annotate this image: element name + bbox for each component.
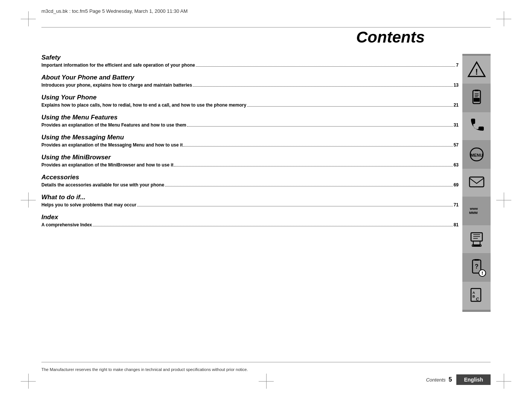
toc-dots [165,186,453,186]
svg-text:C: C [476,297,479,301]
page-bar: Contents 5 English [426,374,491,385]
crosshair-top-right [496,11,511,26]
toc-dots [196,66,455,67]
warning-icon: ! [467,60,486,79]
page-number: 5 [449,376,452,383]
toc-section: What to do if...Helps you to solve probl… [41,194,459,208]
svg-text:MMM: MMM [469,211,478,215]
toc-heading: Using the Menu Features [41,114,459,121]
sidebar-icon-web: www MMM [462,197,491,225]
sidebar-icon-messaging [462,169,491,197]
toc-description-text: Provides an explanation of the Messaging… [41,142,183,148]
svg-text:www: www [470,207,478,211]
toc-section: IndexA comprehensive Index81 [41,214,459,227]
toc-description-text: Provides an explanation of the Menu Feat… [41,122,186,128]
content-sidebar-wrapper: SafetyImportant information for the effi… [41,54,491,312]
sidebar-icon-index: A B C [462,282,491,310]
toc-heading: What to do if... [41,194,459,201]
sidebar-icons: ! [462,54,491,312]
toc-description-row: Introduces your phone, explains how to c… [41,82,459,88]
toc-page-number: 81 [454,222,459,227]
toc-heading: About Your Phone and Battery [41,74,459,81]
toc-description-text: Details the accessories available for us… [41,182,164,188]
toc-description-row: Provides an explanation of the Menu Feat… [41,122,459,128]
toc-section: About Your Phone and BatteryIntroduces y… [41,74,459,88]
toc-heading: Using the Messaging Menu [41,134,459,141]
toc-page-number: 71 [454,202,459,208]
svg-text:?: ? [475,263,479,270]
crosshair-top-left [21,11,36,26]
toc-page-number: 57 [454,142,459,148]
index-icon: A B C [467,286,486,305]
svg-text:A: A [473,291,475,295]
svg-rect-10 [470,177,484,187]
toc-page-number: 21 [454,102,459,108]
sidebar-icon-call [462,112,491,140]
page-label: Contents [426,377,445,383]
toc-heading: Index [41,214,459,221]
messaging-icon [467,173,486,192]
toc-dots [174,166,453,166]
toc-page-number: 7 [456,63,459,68]
toc-heading: Using Your Phone [41,94,459,101]
toc-heading: Accessories [41,174,459,181]
toc-section: Using the Menu FeaturesProvides an expla… [41,114,459,128]
accessories-icon [467,230,486,249]
toc-description-row: Details the accessories available for us… [41,182,459,188]
toc-dots [247,106,453,107]
toc-description-row: A comprehensive Index81 [41,222,459,227]
sidebar-icon-battery [462,84,491,112]
toc-description-text: A comprehensive Index [41,222,92,227]
svg-rect-3 [475,90,479,91]
svg-point-24 [482,274,482,275]
toc-description-row: Provides an explanation of the MiniBrows… [41,162,459,168]
toc-section: Using Your PhoneExplains how to place ca… [41,94,459,108]
sidebar-icon-troubleshoot: ? [462,253,491,282]
web-icon: www MMM [467,202,486,220]
footer-disclaimer: The Manufacturer reserves the right to m… [41,367,491,372]
svg-text:MENU: MENU [470,153,482,157]
toc-description-row: Important information for the efficient … [41,63,459,68]
crosshair-mid-left [21,192,36,208]
toc-section: Using the MiniBrowserProvides an explana… [41,154,459,168]
toc-content: SafetyImportant information for the effi… [41,54,462,312]
crosshair-mid-right [496,192,511,208]
svg-text:!: ! [475,67,478,76]
toc-dots [187,126,453,127]
toc-description-text: Introduces your phone, explains how to c… [41,82,192,88]
toc-description-text: Helps you to solve problems that may occ… [41,202,136,208]
toc-section: AccessoriesDetails the accessories avail… [41,174,459,188]
sidebar-icon-safety: ! [462,56,491,84]
toc-page-number: 69 [454,182,459,188]
toc-section: Using the Messaging MenuProvides an expl… [41,134,459,148]
page-title: Contents [41,28,491,46]
toc-description-text: Important information for the efficient … [41,63,195,68]
toc-section: SafetyImportant information for the effi… [41,54,459,68]
toc-description-row: Helps you to solve problems that may occ… [41,202,459,208]
toc-heading: Safety [41,54,459,61]
phone-call-icon [467,117,486,136]
toc-dots [183,146,453,147]
file-info: m3cd_us.bk : toc.fm5 Page 5 Wednesday, M… [41,8,187,14]
divider-top [41,27,491,27]
toc-description-text: Provides an explanation of the MiniBrows… [41,162,174,168]
crosshair-bottom-left [21,374,36,389]
phone-battery-icon [467,89,486,107]
troubleshoot-icon: ? [467,258,486,277]
svg-text:B: B [473,295,475,298]
toc-page-number: 31 [454,122,459,128]
toc-description-row: Explains how to place calls, how to redi… [41,102,459,108]
menu-icon: MENU [467,145,486,164]
toc-description-text: Explains how to place calls, how to redi… [41,102,246,108]
crosshair-bottom-mid [259,374,274,389]
toc-dots [137,206,453,206]
toc-page-number: 13 [454,82,459,88]
svg-rect-20 [474,259,479,261]
svg-rect-13 [471,233,482,241]
language-label: English [456,374,491,385]
divider-bottom [41,362,491,362]
main-content: Contents SafetyImportant information for… [41,28,491,355]
toc-heading: Using the MiniBrowser [41,154,459,161]
toc-dots [193,86,453,87]
toc-page-number: 63 [454,162,459,168]
